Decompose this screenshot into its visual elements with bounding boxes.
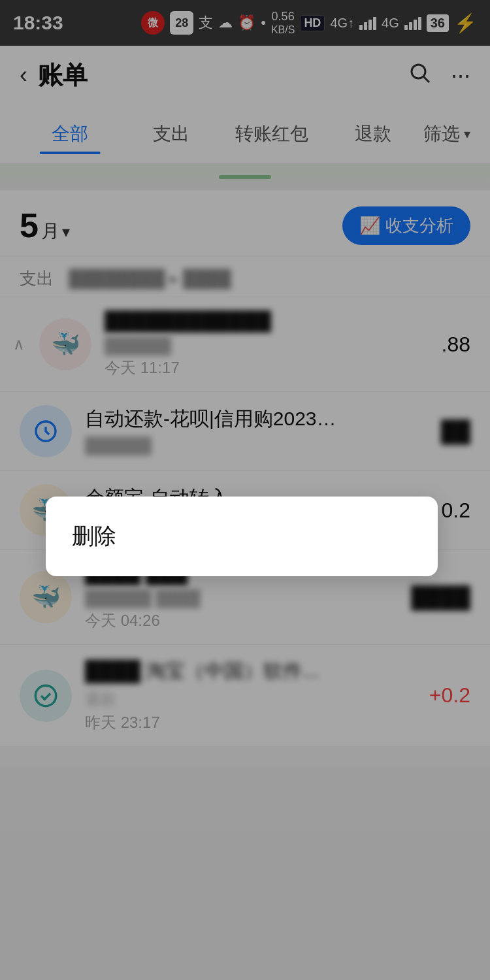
context-menu-delete[interactable]: 删除 [46,497,438,576]
modal-overlay[interactable] [0,0,490,980]
context-menu: 删除 [46,497,438,576]
